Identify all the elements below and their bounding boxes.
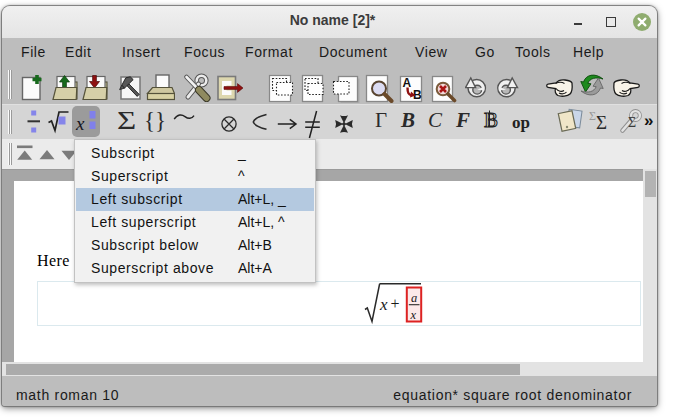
svg-text:+: +: [391, 295, 400, 312]
svg-text:a: a: [411, 291, 417, 305]
svg-text:A: A: [403, 76, 412, 90]
svg-text:B: B: [484, 108, 498, 132]
svg-text:x: x: [379, 295, 388, 314]
svg-text:x: x: [410, 308, 417, 322]
svg-text:x: x: [75, 113, 85, 134]
